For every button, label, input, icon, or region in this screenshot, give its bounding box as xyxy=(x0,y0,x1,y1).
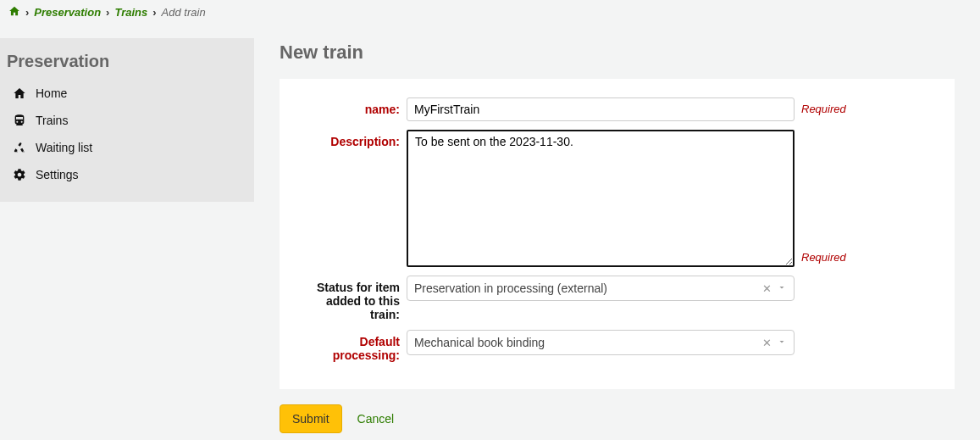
breadcrumb-trains[interactable]: Trains xyxy=(114,6,147,19)
sidebar: Preservation Home Trains Waiting list xyxy=(0,38,254,202)
form-card: name: Required Description: To be sent o… xyxy=(280,79,955,389)
status-label: Status for item added to this train: xyxy=(296,276,407,321)
sidebar-item-label: Waiting list xyxy=(36,141,92,154)
description-label: Description: xyxy=(296,130,407,148)
breadcrumb-sep: › xyxy=(152,6,156,19)
clear-icon[interactable]: ✕ xyxy=(762,282,772,295)
sidebar-title: Preservation xyxy=(0,48,254,80)
page-title: New train xyxy=(280,42,955,64)
form-actions: Submit Cancel xyxy=(280,404,955,433)
sidebar-item-waiting-list[interactable]: Waiting list xyxy=(0,134,254,161)
name-input[interactable] xyxy=(407,97,795,121)
required-hint: Required xyxy=(795,246,845,267)
description-textarea[interactable]: To be sent on the 2023-11-30. xyxy=(407,130,795,267)
breadcrumb: › Preservation › Trains › Add train xyxy=(0,0,980,25)
main-content: New train name: Required Description: To… xyxy=(254,25,980,440)
sidebar-item-settings[interactable]: Settings xyxy=(0,161,254,188)
recycle-icon xyxy=(12,141,27,154)
status-value: Preservation in processing (external) xyxy=(414,281,607,295)
sidebar-item-trains[interactable]: Trains xyxy=(0,107,254,134)
breadcrumb-preservation[interactable]: Preservation xyxy=(34,6,101,19)
clear-icon[interactable]: ✕ xyxy=(762,337,772,349)
home-icon[interactable] xyxy=(8,5,20,19)
cancel-link[interactable]: Cancel xyxy=(357,412,395,426)
breadcrumb-current: Add train xyxy=(162,6,206,19)
required-hint: Required xyxy=(795,97,845,115)
default-processing-select[interactable]: Mechanical book binding ✕ xyxy=(407,330,795,355)
sidebar-item-label: Trains xyxy=(36,114,68,127)
chevron-down-icon[interactable] xyxy=(777,337,787,349)
default-processing-label: Default processing: xyxy=(296,330,407,362)
breadcrumb-sep: › xyxy=(25,6,29,19)
sidebar-item-label: Settings xyxy=(36,168,79,181)
status-select[interactable]: Preservation in processing (external) ✕ xyxy=(407,276,795,301)
submit-button[interactable]: Submit xyxy=(280,404,342,433)
chevron-down-icon[interactable] xyxy=(777,282,787,295)
home-icon xyxy=(12,86,27,100)
breadcrumb-sep: › xyxy=(106,6,109,19)
default-processing-value: Mechanical book binding xyxy=(414,336,545,349)
gear-icon xyxy=(12,168,27,181)
sidebar-item-label: Home xyxy=(36,86,67,100)
name-label: name: xyxy=(296,97,407,116)
train-icon xyxy=(12,114,27,127)
sidebar-item-home[interactable]: Home xyxy=(0,80,254,107)
